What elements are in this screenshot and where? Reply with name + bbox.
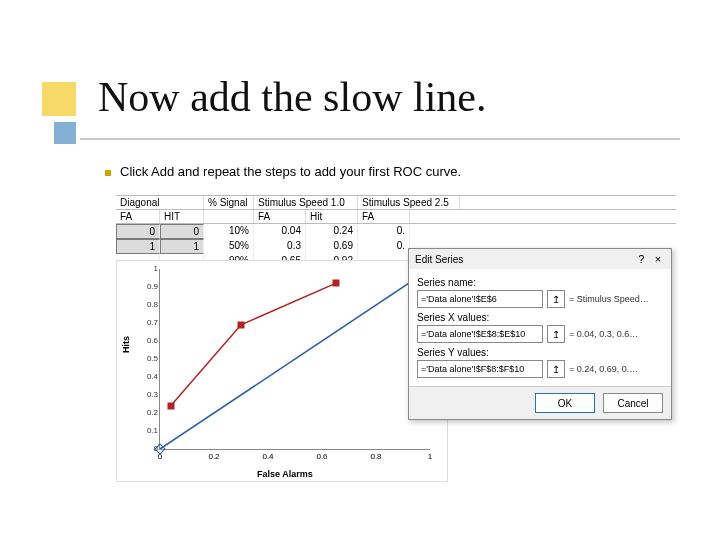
roc-chart[interactable]: Hits False Alarms 0 0.1 0.2 0.3 0.4 0.5 … bbox=[116, 260, 448, 482]
label-series-name: Series name: bbox=[417, 277, 663, 288]
series-name-preview: = Stimulus Speed… bbox=[569, 294, 663, 304]
dialog-body: Series name: ↥ = Stimulus Speed… Series … bbox=[409, 269, 671, 386]
xtick: 0.4 bbox=[262, 452, 273, 461]
accent-square-blue bbox=[54, 122, 76, 144]
slide-title: Now add the slow line. bbox=[98, 73, 486, 121]
ytick: 1 bbox=[138, 264, 158, 273]
series-x-input[interactable] bbox=[417, 325, 543, 343]
series-y-preview: = 0.24, 0.69, 0.… bbox=[569, 364, 663, 374]
sub-diag-hit: HIT bbox=[160, 210, 204, 223]
header-row-1: Diagonal % Signal Stimulus Speed 1.0 Sti… bbox=[116, 195, 676, 210]
xtick: 0 bbox=[158, 452, 162, 461]
cell[interactable]: 50% bbox=[204, 239, 254, 254]
ok-button[interactable]: OK bbox=[535, 393, 595, 413]
series-diagonal bbox=[160, 269, 430, 449]
slide-subtitle: Click Add and repeat the steps to add yo… bbox=[120, 164, 461, 179]
point-s1-0 bbox=[167, 402, 174, 409]
label-series-y: Series Y values: bbox=[417, 347, 663, 358]
sub-s1-fa: FA bbox=[254, 210, 306, 223]
x-axis-label: False Alarms bbox=[257, 469, 313, 479]
ytick: 0.8 bbox=[138, 300, 158, 309]
collapse-icon[interactable]: ↥ bbox=[547, 290, 565, 308]
hdr-speed-1: Stimulus Speed 1.0 bbox=[254, 196, 358, 209]
cell[interactable]: 0.24 bbox=[306, 224, 358, 239]
bullet-icon bbox=[105, 170, 111, 176]
xtick: 0.8 bbox=[370, 452, 381, 461]
cancel-button[interactable]: Cancel bbox=[603, 393, 663, 413]
xtick: 0.2 bbox=[208, 452, 219, 461]
hdr-diagonal: Diagonal bbox=[116, 196, 204, 209]
y-axis-label: Hits bbox=[121, 336, 131, 353]
cell[interactable]: 10% bbox=[204, 224, 254, 239]
collapse-icon[interactable]: ↥ bbox=[547, 325, 565, 343]
ytick: 0.5 bbox=[138, 354, 158, 363]
hdr-pct-signal: % Signal bbox=[204, 196, 254, 209]
collapse-icon[interactable]: ↥ bbox=[547, 360, 565, 378]
ytick: 0.7 bbox=[138, 318, 158, 327]
header-row-2: FA HIT FA Hit FA bbox=[116, 210, 676, 224]
cell[interactable]: 0. bbox=[358, 224, 410, 239]
point-s1-2 bbox=[332, 280, 339, 287]
accent-rule bbox=[80, 138, 680, 140]
xtick: 0.6 bbox=[316, 452, 327, 461]
edit-series-dialog: Edit Series ? × Series name: ↥ = Stimulu… bbox=[408, 248, 672, 420]
ytick: 0.1 bbox=[138, 426, 158, 435]
ytick: 0.6 bbox=[138, 336, 158, 345]
dialog-titlebar[interactable]: Edit Series ? × bbox=[409, 249, 671, 269]
sub-diag-fa: FA bbox=[116, 210, 160, 223]
chart-svg bbox=[160, 269, 430, 449]
table-row: 0 0 10% 0.04 0.24 0. bbox=[116, 224, 676, 239]
hdr-speed-25: Stimulus Speed 2.5 bbox=[358, 196, 460, 209]
cell[interactable]: 0 bbox=[116, 224, 160, 239]
series-name-input[interactable] bbox=[417, 290, 543, 308]
cell[interactable]: 0 bbox=[160, 224, 204, 239]
dialog-title: Edit Series bbox=[415, 254, 463, 265]
cell[interactable]: 0.04 bbox=[254, 224, 306, 239]
ytick: 0.3 bbox=[138, 390, 158, 399]
slide-accent bbox=[42, 82, 102, 142]
xtick: 1 bbox=[428, 452, 432, 461]
series-x-preview: = 0.04, 0.3, 0.6… bbox=[569, 329, 663, 339]
plot-area: 0 0.1 0.2 0.3 0.4 0.5 0.6 0.7 0.8 0.9 1 … bbox=[159, 269, 430, 450]
cell[interactable]: 1 bbox=[160, 239, 204, 254]
sub-s25-fa: FA bbox=[358, 210, 410, 223]
accent-square-yellow bbox=[42, 82, 76, 116]
ytick: 0 bbox=[138, 444, 158, 453]
ytick: 0.4 bbox=[138, 372, 158, 381]
ytick: 0.9 bbox=[138, 282, 158, 291]
cell[interactable]: 1 bbox=[116, 239, 160, 254]
help-icon[interactable]: ? bbox=[634, 253, 648, 265]
cell[interactable]: 0. bbox=[358, 239, 410, 254]
close-icon[interactable]: × bbox=[651, 253, 665, 265]
sub-s1-hit: Hit bbox=[306, 210, 358, 223]
ytick: 0.2 bbox=[138, 408, 158, 417]
label-series-x: Series X values: bbox=[417, 312, 663, 323]
cell[interactable]: 0.69 bbox=[306, 239, 358, 254]
point-s1-1 bbox=[238, 321, 245, 328]
dialog-buttons: OK Cancel bbox=[409, 386, 671, 419]
sub-blank bbox=[204, 210, 254, 223]
cell[interactable]: 0.3 bbox=[254, 239, 306, 254]
series-y-input[interactable] bbox=[417, 360, 543, 378]
